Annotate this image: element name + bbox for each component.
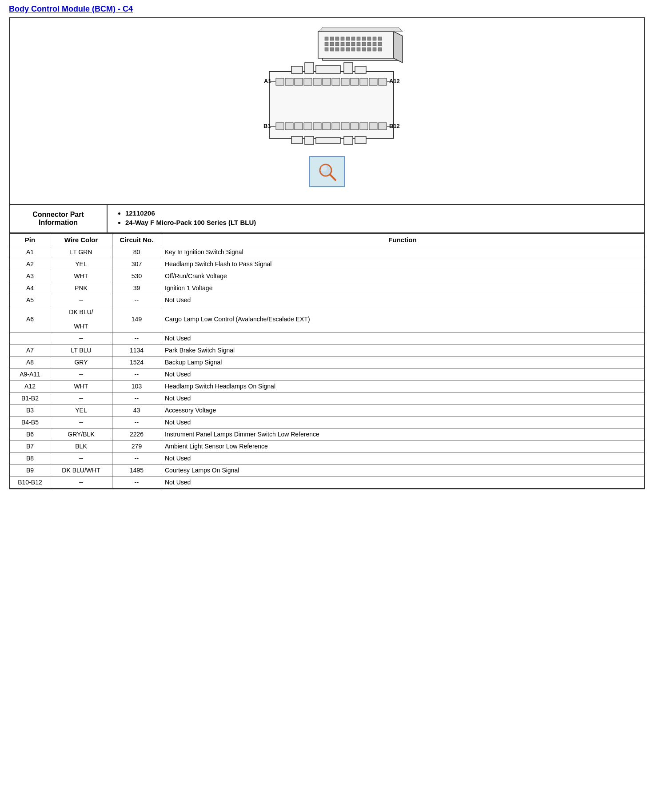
cell-circuit-no: -- — [112, 368, 161, 380]
cell-function: Backup Lamp Signal — [161, 356, 644, 368]
cell-pin: A6 — [10, 306, 50, 332]
svg-rect-58 — [369, 78, 377, 85]
table-row: A3WHT530Off/Run/Crank Voltage — [10, 270, 644, 282]
svg-rect-6 — [346, 37, 350, 40]
page-title: Body Control Module (BCM) - C4 — [9, 4, 645, 14]
connector-part-details: 12110206 24-Way F Micro-Pack 100 Series … — [108, 205, 644, 232]
svg-rect-59 — [379, 78, 387, 85]
cell-wire-color: -- — [50, 416, 112, 428]
pin-table: Pin Wire Color Circuit No. Function A1LT… — [10, 233, 644, 488]
svg-rect-38 — [291, 66, 303, 73]
cell-function: Cargo Lamp Low Control (Avalanche/Escala… — [161, 306, 644, 332]
cell-function: Not Used — [161, 368, 644, 380]
cell-circuit-no: 530 — [112, 270, 161, 282]
svg-text:A12: A12 — [389, 78, 400, 84]
table-row: B7BLK279Ambient Light Sensor Low Referen… — [10, 440, 644, 452]
svg-rect-19 — [357, 42, 360, 46]
svg-rect-62 — [295, 123, 303, 130]
cell-pin: B3 — [10, 404, 50, 416]
cell-wire-color: GRY — [50, 356, 112, 368]
svg-point-82 — [321, 165, 327, 172]
cell-pin: A1 — [10, 246, 50, 258]
cell-pin: A4 — [10, 282, 50, 294]
svg-rect-50 — [295, 78, 303, 85]
svg-rect-1 — [318, 32, 394, 58]
svg-rect-29 — [351, 48, 355, 51]
table-row: B4-B5----Not Used — [10, 416, 644, 428]
svg-rect-13 — [325, 42, 328, 46]
svg-rect-66 — [332, 123, 340, 130]
cell-wire-color: DK BLU/WHT — [50, 306, 112, 332]
connector-part-label: Connector Part Information — [10, 205, 108, 232]
magnify-icon[interactable] — [309, 156, 345, 187]
svg-rect-65 — [323, 123, 331, 130]
svg-rect-15 — [335, 42, 339, 46]
main-container: A1 A12 B1 B12 Connector Part Information… — [9, 17, 645, 489]
svg-rect-16 — [341, 42, 344, 46]
cell-circuit-no: 2226 — [112, 428, 161, 440]
cell-pin: A7 — [10, 344, 50, 356]
cell-pin: A3 — [10, 270, 50, 282]
table-row: A6DK BLU/WHT149Cargo Lamp Low Control (A… — [10, 306, 644, 332]
svg-rect-3 — [330, 37, 334, 40]
svg-line-81 — [330, 175, 335, 180]
cell-circuit-no: -- — [112, 332, 161, 344]
svg-rect-53 — [323, 78, 331, 85]
svg-rect-28 — [346, 48, 350, 51]
svg-rect-18 — [351, 42, 355, 46]
table-row: A7LT BLU1134Park Brake Switch Signal — [10, 344, 644, 356]
cell-pin: B1-B2 — [10, 392, 50, 404]
cell-wire-color: -- — [50, 392, 112, 404]
table-row: B9DK BLU/WHT1495Courtesy Lamps On Signal — [10, 464, 644, 476]
svg-rect-63 — [304, 123, 312, 130]
cell-wire-color: BLK — [50, 440, 112, 452]
cell-function: Key In Ignition Switch Signal — [161, 246, 644, 258]
header-pin: Pin — [10, 234, 50, 246]
table-row: A4PNK39Ignition 1 Voltage — [10, 282, 644, 294]
cell-wire-color: -- — [50, 452, 112, 464]
header-wire-color: Wire Color — [50, 234, 112, 246]
diagram-section: A1 A12 B1 B12 — [10, 18, 644, 205]
svg-rect-17 — [346, 42, 350, 46]
cell-function: Headlamp Switch Headlamps On Signal — [161, 380, 644, 392]
table-row: A8GRY1524Backup Lamp Signal — [10, 356, 644, 368]
table-row: A2YEL307Headlamp Switch Flash to Pass Si… — [10, 258, 644, 270]
svg-rect-27 — [341, 48, 344, 51]
cell-function: Not Used — [161, 452, 644, 464]
cell-circuit-no: -- — [112, 476, 161, 488]
table-row: B8----Not Used — [10, 452, 644, 464]
cell-wire-color: -- — [50, 294, 112, 306]
cell-circuit-no: -- — [112, 452, 161, 464]
svg-rect-14 — [330, 42, 334, 46]
info-section: Connector Part Information 12110206 24-W… — [10, 205, 644, 233]
cell-circuit-no: 149 — [112, 306, 161, 332]
table-row: B6GRY/BLK2226Instrument Panel Lamps Dimm… — [10, 428, 644, 440]
cell-wire-color: WHT — [50, 270, 112, 282]
svg-rect-24 — [325, 48, 328, 51]
svg-rect-69 — [360, 123, 368, 130]
cell-function: Headlamp Switch Flash to Pass Signal — [161, 258, 644, 270]
cell-circuit-no: 80 — [112, 246, 161, 258]
cell-circuit-no: 1495 — [112, 464, 161, 476]
svg-rect-33 — [373, 48, 376, 51]
cell-circuit-no: 1134 — [112, 344, 161, 356]
svg-rect-57 — [360, 78, 368, 85]
svg-rect-51 — [304, 78, 312, 85]
header-circuit-no: Circuit No. — [112, 234, 161, 246]
svg-rect-61 — [285, 123, 293, 130]
cell-wire-color: -- — [50, 332, 112, 344]
cell-pin: B6 — [10, 428, 50, 440]
svg-rect-44 — [305, 136, 314, 144]
cell-function: Accessory Voltage — [161, 404, 644, 416]
part-description: 24-Way F Micro-Pack 100 Series (LT BLU) — [125, 219, 635, 226]
table-row: B3YEL43Accessory Voltage — [10, 404, 644, 416]
cell-function: Park Brake Switch Signal — [161, 344, 644, 356]
cell-pin: B10-B12 — [10, 476, 50, 488]
pin-table-container: Pin Wire Color Circuit No. Function A1LT… — [10, 233, 644, 488]
cell-function: Not Used — [161, 392, 644, 404]
svg-rect-52 — [313, 78, 321, 85]
svg-text:A1: A1 — [264, 78, 271, 84]
cell-wire-color: LT BLU — [50, 344, 112, 356]
table-row: ----Not Used — [10, 332, 644, 344]
svg-rect-64 — [313, 123, 321, 130]
